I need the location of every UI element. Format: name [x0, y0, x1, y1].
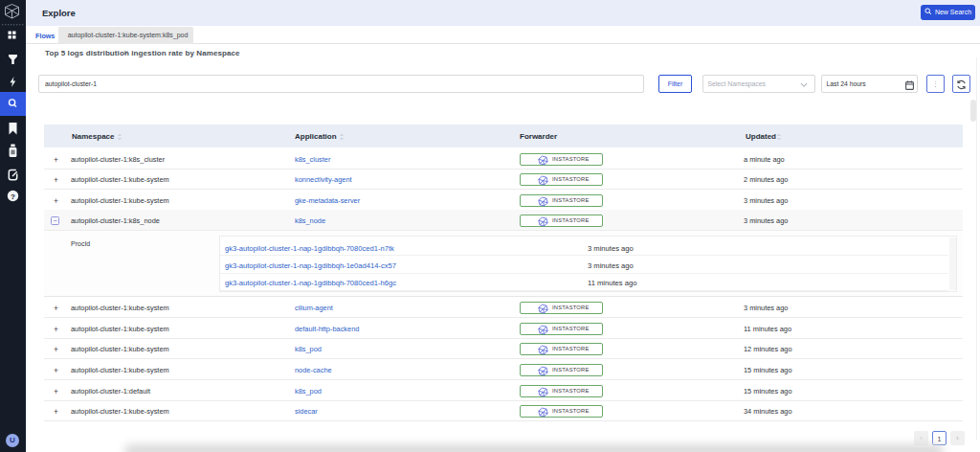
svg-text:?: ? — [11, 192, 15, 201]
